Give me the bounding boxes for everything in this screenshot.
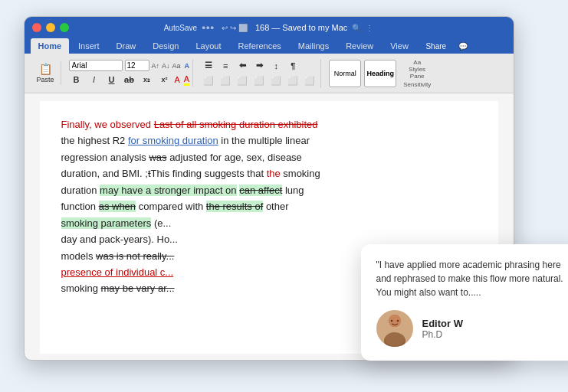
svg-point-3 (385, 332, 405, 346)
close-button[interactable] (32, 23, 41, 32)
tab-home[interactable]: Home (31, 38, 70, 54)
indent-inc-button[interactable]: ➡ (251, 59, 267, 73)
text-finally: Finally, we observed (61, 119, 154, 130)
styles-pane-group: Aa Styles Pane Sensitivity (403, 59, 431, 88)
text-can-affect: can affect (239, 185, 282, 196)
styles-group: Normal Heading Aa Styles Pane Sensitivit… (326, 59, 434, 88)
underline-button[interactable]: U (104, 73, 120, 87)
window-container: AutoSave ●●● ↩ ↪ ⬜ 168 — Saved to my Mac… (24, 16, 545, 376)
text-may-have: may have a stronger impact on (100, 185, 236, 196)
strikethrough-button[interactable]: ab (122, 73, 137, 87)
text-was-strikethrough: was (149, 152, 166, 163)
comment-text: "I have applied more academic phrasing h… (376, 258, 569, 299)
font-group: A↑ A↓ Aa A B I U ab x₂ x² A A (66, 60, 194, 87)
font-row-1: A↑ A↓ Aa A (69, 60, 190, 71)
author-info: Editor W Ph.D (422, 318, 463, 340)
text-t-strikethrough: t (148, 168, 151, 179)
normal-style[interactable]: Normal (329, 60, 361, 87)
font-size-input[interactable] (125, 60, 149, 71)
font-size-down[interactable]: A↓ (162, 62, 170, 70)
paste-group: 📋 Paste (31, 61, 61, 85)
styles-area: Normal Heading (329, 60, 396, 87)
line-spacing-button[interactable]: ⬜ (268, 74, 284, 88)
comments-button[interactable]: 💬 Comments (458, 42, 507, 51)
svg-point-4 (390, 320, 392, 322)
font-clear[interactable]: Aa (172, 62, 181, 70)
paragraph-group: ☰ ≡ ⬅ ➡ ↕ ¶ ⬜ ⬜ ⬜ ⬜ ⬜ ⬜ ⬜ (198, 59, 321, 88)
styles-icon: Aa (413, 59, 421, 66)
comment-card: "I have applied more academic phrasing h… (361, 244, 569, 361)
subscript-button[interactable]: x₂ (140, 73, 155, 87)
text-smoking-params: smoking parameters (61, 217, 152, 229)
maximize-button[interactable] (60, 23, 69, 32)
text-the-red: the (267, 168, 281, 179)
text-may-vary: may be vary ar... (101, 283, 175, 294)
bold-button[interactable]: B (69, 73, 84, 87)
show-marks-button[interactable]: ¶ (285, 59, 300, 73)
superscript-button[interactable]: x² (157, 73, 172, 87)
ribbon: Home Insert Draw Design Layout Reference… (25, 38, 514, 54)
tab-mailings[interactable]: Mailings (291, 38, 337, 54)
title-bar: AutoSave ●●● ↩ ↪ ⬜ 168 — Saved to my Mac… (25, 17, 514, 38)
shading-button[interactable]: ⬜ (285, 74, 300, 88)
align-center-button[interactable]: ⬜ (218, 74, 233, 88)
heading-style[interactable]: Heading (364, 60, 396, 87)
share-icon-titlebar[interactable]: ⋮ (366, 24, 373, 32)
styles-pane-button[interactable]: Aa Styles Pane (403, 59, 431, 80)
font-family-input[interactable] (69, 60, 123, 71)
italic-button[interactable]: I (87, 73, 102, 87)
sensitivity-button[interactable]: Sensitivity (403, 81, 431, 88)
styles-label: Styles (409, 66, 425, 73)
window-title: 168 — Saved to my Mac (255, 23, 347, 32)
text-was-is: was is not really... (96, 250, 174, 262)
text-e-ellipsis: e... (157, 217, 171, 229)
traffic-lights (32, 23, 69, 32)
comment-icon: 💬 (458, 42, 468, 51)
autosave-toggle[interactable]: ●●● (202, 24, 214, 31)
author-title: Ph.D (422, 329, 463, 340)
tab-layout[interactable]: Layout (189, 38, 229, 54)
indent-dec-button[interactable]: ⬅ (235, 59, 250, 73)
text-for-smoking: for smoking duration (128, 135, 218, 146)
text-highlight[interactable]: A (184, 74, 189, 86)
font-controls: A↑ A↓ Aa A B I U ab x₂ x² A A (69, 60, 190, 87)
tab-design[interactable]: Design (145, 38, 186, 54)
heading-style-label: Heading (366, 70, 394, 77)
font-size-up[interactable]: A↑ (152, 62, 160, 70)
comment-author: Editor W Ph.D (376, 310, 569, 347)
search-icon[interactable]: 🔍 (352, 24, 361, 32)
borders-button[interactable]: ⬜ (302, 74, 317, 88)
paste-label: Paste (37, 76, 54, 83)
font-color-A[interactable]: A (185, 62, 190, 70)
autosave-label: AutoSave (164, 24, 197, 32)
avatar (376, 310, 413, 347)
bullet-list-button[interactable]: ☰ (201, 59, 216, 73)
minimize-button[interactable] (46, 23, 55, 32)
avatar-svg (378, 313, 412, 347)
text-as-when: as when (99, 201, 136, 212)
ribbon-tabs: Home Insert Draw Design Layout Reference… (31, 38, 507, 54)
text-results-of: the results of (206, 201, 263, 212)
numbered-list-button[interactable]: ≡ (218, 59, 233, 73)
align-right-button[interactable]: ⬜ (235, 74, 250, 88)
tab-review[interactable]: Review (338, 38, 381, 54)
normal-style-label: Normal (334, 70, 356, 77)
author-name: Editor W (422, 318, 463, 329)
title-bar-center: AutoSave ●●● ↩ ↪ ⬜ 168 — Saved to my Mac… (164, 23, 374, 32)
align-left-button[interactable]: ⬜ (201, 74, 216, 88)
justify-button[interactable]: ⬜ (251, 74, 267, 88)
sort-button[interactable]: ↕ (268, 59, 284, 73)
tab-insert[interactable]: Insert (71, 38, 107, 54)
paste-button[interactable]: 📋 Paste (34, 61, 57, 85)
share-button[interactable]: Share (418, 40, 454, 53)
text-presence: presence of individual c... (61, 266, 174, 278)
ribbon-right: Share 💬 Comments (418, 38, 507, 54)
font-row-2: B I U ab x₂ x² A A (69, 73, 190, 87)
tab-draw[interactable]: Draw (109, 38, 144, 54)
highlight-button[interactable]: A (175, 75, 180, 84)
tab-references[interactable]: References (231, 38, 289, 54)
comments-label: Comments (470, 42, 507, 51)
paste-icon: 📋 (39, 63, 52, 75)
tab-view[interactable]: View (382, 38, 416, 54)
toolbar-icons: ↩ ↪ ⬜ (222, 24, 248, 32)
